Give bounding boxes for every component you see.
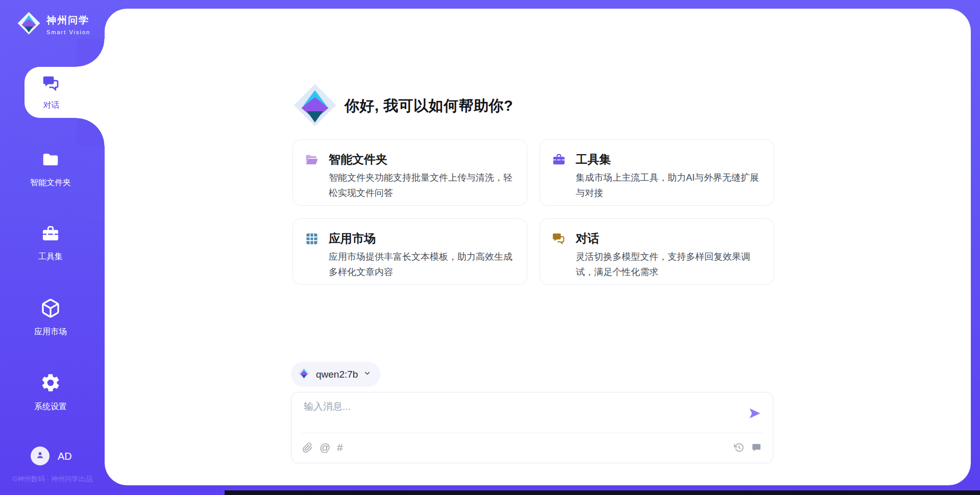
sidebar-item-label: 智能文件夹 (30, 178, 71, 188)
app-name: 神州问学 (46, 14, 90, 27)
sidebar-item-label: 对话 (43, 100, 60, 111)
diamond-logo-icon (292, 83, 337, 130)
app-root: 神州问学 Smart Vision 对话 智能文件夹 (0, 0, 980, 495)
diamond-logo-icon (17, 11, 41, 37)
tab-fillet-bottom (77, 118, 105, 146)
card-description: 智能文件夹功能支持批量文件上传与清洗，轻松实现文件问答 (329, 170, 514, 201)
at-sign-icon[interactable]: @ (320, 441, 330, 454)
diamond-logo-icon (298, 367, 310, 382)
history-icon[interactable] (734, 442, 744, 453)
sidebar-item-app-market[interactable]: 应用市场 (0, 298, 101, 337)
greeting: 你好, 我可以如何帮助你? (292, 83, 513, 130)
sidebar-item-label: 应用市场 (34, 327, 67, 337)
hash-icon[interactable]: # (337, 441, 343, 454)
sidebar-item-label: 工具集 (38, 252, 63, 262)
grid-icon (305, 232, 319, 246)
paperclip-icon[interactable] (302, 442, 313, 453)
sidebar-item-label: 系统设置 (34, 402, 67, 412)
copyright-text: ©神州数码 · 神州问学出品 (0, 475, 105, 484)
message-input[interactable]: 输入消息... (304, 400, 737, 413)
chat-bubbles-icon (552, 232, 566, 246)
card-description: 集成市场上主流工具，助力AI与外界无缝扩展与对接 (576, 170, 762, 201)
briefcase-icon (552, 153, 566, 167)
card-description: 应用市场提供丰富长文本模板，助力高效生成多样化文章内容 (329, 249, 514, 280)
briefcase-icon (41, 224, 60, 245)
greeting-text: 你好, 我可以如何帮助你? (345, 96, 513, 116)
card-title: 应用市场 (329, 231, 376, 246)
sidebar-item-toolset[interactable]: 工具集 (0, 224, 101, 262)
sidebar-item-settings[interactable]: 系统设置 (0, 372, 101, 412)
folder-open-icon (305, 153, 319, 167)
card-title: 智能文件夹 (329, 152, 387, 167)
bottom-edge-bar (225, 490, 980, 495)
feature-card-smart-folder[interactable]: 智能文件夹 智能文件夹功能支持批量文件上传与清洗，轻松实现文件问答 (292, 139, 527, 206)
chevron-down-icon (363, 369, 371, 379)
app-subtitle: Smart Vision (46, 29, 90, 35)
send-icon[interactable] (748, 407, 762, 420)
tab-fillet-top (77, 39, 105, 67)
person-icon (35, 450, 45, 462)
feature-card-chat[interactable]: 对话 灵活切换多模型文件，支持多样回复效果调试，满足个性化需求 (540, 218, 774, 285)
card-description: 灵活切换多模型文件，支持多样回复效果调试，满足个性化需求 (576, 249, 762, 280)
user-avatar[interactable] (31, 447, 50, 465)
app-logo: 神州问学 Smart Vision (17, 11, 90, 37)
sidebar-item-chat[interactable]: 对话 (24, 67, 105, 118)
folder-icon (41, 150, 60, 171)
message-composer: 输入消息... @ # (291, 392, 773, 463)
user-name: AD (58, 451, 72, 462)
gear-icon (40, 372, 61, 395)
card-title: 工具集 (576, 152, 611, 167)
model-selector[interactable]: qwen2:7b (291, 362, 380, 387)
card-title: 对话 (576, 231, 599, 246)
feature-card-app-market[interactable]: 应用市场 应用市场提供丰富长文本模板，助力高效生成多样化文章内容 (292, 218, 527, 285)
feature-card-toolset[interactable]: 工具集 集成市场上主流工具，助力AI与外界无缝扩展与对接 (540, 139, 774, 206)
chat-bubbles-icon (42, 74, 61, 95)
composer-divider (302, 433, 763, 433)
chat-bubble-icon[interactable] (751, 442, 762, 453)
sidebar-item-smart-folder[interactable]: 智能文件夹 (0, 150, 101, 188)
cube-icon (40, 298, 61, 320)
model-name: qwen2:7b (316, 369, 358, 380)
